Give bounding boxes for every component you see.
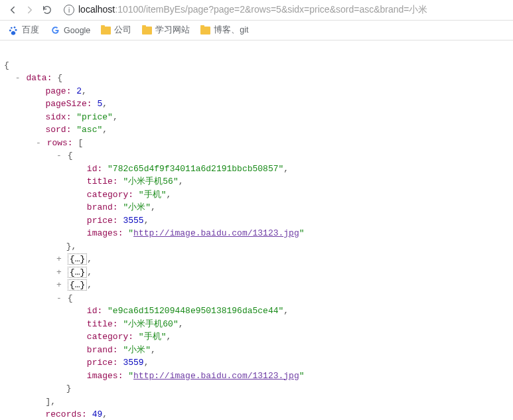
bookmark-folder-blog[interactable]: 博客、git	[200, 25, 248, 36]
json-key: pageSize:	[45, 99, 92, 109]
svg-point-1	[14, 27, 16, 29]
baidu-icon	[8, 25, 19, 36]
json-value: 2	[76, 86, 82, 96]
image-link[interactable]: http://image.baidu.com/13123.jpg	[133, 371, 299, 381]
json-key: data:	[26, 73, 52, 83]
url-text: localhost:10100/itemByEs/page?page=2&row…	[78, 4, 428, 16]
bookmark-folder-company[interactable]: 公司	[101, 25, 131, 36]
collapse-toggle[interactable]: -	[56, 292, 62, 305]
svg-point-2	[9, 29, 11, 31]
json-key: brand:	[87, 345, 118, 355]
reload-button[interactable]	[41, 4, 53, 16]
collapse-toggle[interactable]: -	[35, 137, 42, 150]
collapsed-object[interactable]: {…}	[68, 267, 87, 278]
json-key: sidx:	[45, 112, 71, 122]
json-value: "手机"	[139, 190, 167, 200]
json-value: "小米"	[123, 202, 151, 212]
forward-button[interactable]	[24, 4, 36, 16]
json-key: page:	[45, 86, 71, 96]
brace: {	[4, 60, 9, 70]
folder-icon	[101, 27, 111, 35]
bookmark-label: 百度	[22, 25, 39, 36]
json-key: sord:	[45, 125, 71, 135]
svg-point-0	[11, 27, 13, 29]
collapsed-object[interactable]: {…}	[68, 253, 87, 265]
json-value: 3559	[123, 358, 143, 368]
json-key: title:	[87, 176, 118, 186]
json-key: id:	[87, 306, 102, 316]
google-icon	[50, 25, 60, 36]
bookmark-label: 博客、git	[214, 25, 248, 36]
url-host: localhost	[78, 4, 115, 15]
collapse-toggle[interactable]: -	[56, 149, 62, 163]
bookmarks-bar: 百度 Google 公司 学习网站 博客、git	[0, 21, 513, 40]
browser-toolbar: i localhost:10100/itemByEs/page?page=2&r…	[0, 0, 513, 21]
json-key: id:	[87, 164, 102, 174]
json-viewer: { - data: { page: 2, pageSize: 5, sidx: …	[0, 40, 513, 420]
json-value: "http://image.baidu.com/13123.jpg"	[128, 228, 304, 238]
image-link[interactable]: http://image.baidu.com/13123.jpg	[133, 228, 299, 238]
json-value: "小米手机60"	[123, 319, 178, 329]
folder-icon	[200, 27, 210, 35]
json-key: category:	[87, 332, 133, 342]
bookmark-label: 学习网站	[155, 25, 190, 36]
bookmark-baidu[interactable]: 百度	[8, 25, 39, 36]
json-value: "http://image.baidu.com/13123.jpg"	[128, 371, 304, 381]
url-bar[interactable]: i localhost:10100/itemByEs/page?page=2&r…	[58, 4, 506, 16]
json-key: images:	[87, 371, 123, 381]
json-key: title:	[87, 319, 118, 329]
json-key: rows:	[47, 138, 73, 148]
folder-icon	[142, 27, 152, 35]
json-key: price:	[87, 358, 118, 368]
site-info-icon[interactable]: i	[64, 5, 74, 15]
bookmark-label: Google	[64, 26, 90, 35]
json-key: images:	[87, 228, 123, 238]
json-value: "asc"	[76, 125, 102, 135]
svg-point-3	[15, 29, 17, 31]
collapsed-object[interactable]: {…}	[68, 279, 87, 291]
json-value: 3555	[123, 216, 143, 226]
json-value: "782c65d4f9f34011a6d2191bbcb50857"	[108, 164, 283, 174]
bookmark-label: 公司	[114, 25, 131, 36]
json-key: category:	[87, 190, 133, 200]
json-key: records:	[45, 409, 86, 419]
json-key: brand:	[87, 202, 118, 212]
back-button[interactable]	[7, 4, 19, 16]
json-value: 49	[92, 409, 103, 419]
json-value: "手机"	[139, 332, 167, 342]
url-path: :10100/itemByEs/page?page=2&rows=5&sidx=…	[115, 4, 427, 15]
collapse-toggle[interactable]: -	[15, 72, 21, 85]
json-value: "小米手机56"	[123, 176, 178, 186]
json-key: price:	[87, 216, 118, 226]
json-value: "price"	[76, 112, 113, 122]
json-value: "小米"	[123, 345, 151, 355]
bookmark-folder-study[interactable]: 学习网站	[142, 25, 190, 36]
expand-toggle[interactable]: +	[56, 253, 62, 266]
json-value: "e9ca6d151209448e950138196da5ce44"	[108, 306, 283, 316]
expand-toggle[interactable]: +	[56, 279, 62, 292]
bookmark-google[interactable]: Google	[50, 25, 90, 36]
expand-toggle[interactable]: +	[56, 266, 62, 279]
